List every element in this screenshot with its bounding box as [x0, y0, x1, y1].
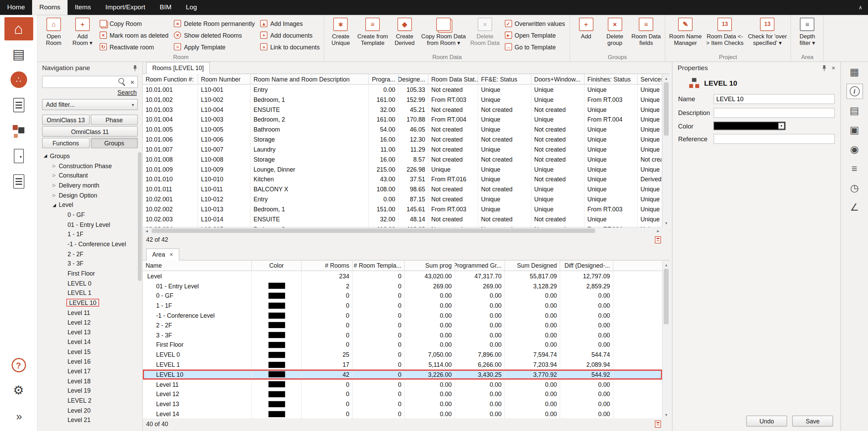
rooms-horizontal-scrollbar[interactable]: ◄ ► — [143, 227, 662, 234]
rooms-vertical-scrollbar[interactable]: ▲ ▼ — [662, 74, 670, 227]
delete-room-data-button[interactable]: DeleteRoom Data — [468, 16, 502, 46]
room-row[interactable]: 10.01.004L10-003Bedroom, 2161.00170.88Fr… — [143, 115, 662, 125]
scrollbar-thumb[interactable] — [152, 229, 595, 233]
rooms-col-progra[interactable]: Progra... — [369, 74, 399, 84]
tree-item-level-18[interactable]: Level 18 — [38, 376, 142, 386]
room-row[interactable]: 10.01.008L10-008Storage16.008.57Not crea… — [143, 154, 662, 164]
area-col-color[interactable]: Color — [252, 261, 302, 271]
menu-tab-rooms[interactable]: Rooms — [32, 0, 68, 15]
tool-panel-grid-button[interactable]: ▦ — [846, 64, 863, 80]
color-field[interactable]: ▼ — [714, 122, 785, 130]
add-room-button[interactable]: AddRoom ▾ — [68, 16, 97, 46]
scrollbar-thumb[interactable] — [664, 83, 669, 136]
area-row-level-12[interactable]: Level 12000.000.000.000.00 — [143, 389, 662, 399]
room-row[interactable]: 10.01.010L10-010Kitchen43.0037.51From RT… — [143, 174, 662, 184]
area-row-01-entry-level[interactable]: 01 - Entry Level20269.00269.003,128.292,… — [143, 281, 662, 291]
menu-tab-log[interactable]: Log — [179, 0, 204, 15]
show-deleted-rooms-button[interactable]: Show deleted Rooms — [171, 29, 258, 41]
area-col-room-templa[interactable]: # Room Templa... — [353, 261, 405, 271]
close-area-tab-icon[interactable]: × — [170, 251, 173, 258]
tool-camera-button[interactable]: ◉ — [846, 142, 863, 157]
pin-icon[interactable] — [132, 65, 138, 71]
room-data-fields-button[interactable]: Room Datafields — [629, 16, 663, 46]
tree-item-01-entry-level[interactable]: 01 - Entry Level — [38, 220, 142, 229]
link-to-documents-button[interactable]: Link to documents — [258, 41, 323, 53]
rooms-col-room-number[interactable]: Room Number — [198, 74, 251, 84]
scroll-down-icon[interactable]: ▼ — [662, 411, 670, 418]
tree-item-design-option[interactable]: ▷Design Option — [38, 190, 142, 200]
scroll-up-icon[interactable]: ▲ — [662, 74, 670, 82]
area-col-diff-designed[interactable]: Diff (Designed-... — [560, 261, 613, 271]
area-row-2-2f[interactable]: 2 - 2F000.000.000.000.00 — [143, 320, 662, 331]
area-row-level-0[interactable]: LEVEL 02507,050.007,896.007,594.74544.74 — [143, 350, 662, 360]
rooms-col-doors-window[interactable]: Doors+Window... — [532, 74, 585, 84]
rail-attachments-button[interactable] — [4, 94, 33, 117]
tree-item-level-11[interactable]: Level 11 — [38, 308, 142, 317]
room-row[interactable]: 10.02.003L10-014ENSUITE32.0048.14Not cre… — [143, 214, 662, 224]
copy-room-button[interactable]: Copy Room — [97, 18, 171, 29]
room-row[interactable]: 10.01.011L10-011BALCONY X108.0098.65Not … — [143, 184, 662, 194]
rail-doors-button[interactable] — [4, 144, 33, 167]
tree-item-level-16[interactable]: Level 16 — [38, 356, 142, 366]
area-col-programmed-gr[interactable]: Programmed Gr... — [455, 261, 505, 271]
search-icon[interactable] — [117, 77, 127, 87]
nav-tab-omniclass-11[interactable]: OmniClass 11 — [42, 126, 138, 136]
area-row-level-14[interactable]: Level 14000.000.000.000.00 — [143, 409, 662, 419]
tree-item-level-10[interactable]: LEVEL 10 — [38, 298, 142, 307]
expand-icon[interactable]: ▷ — [51, 193, 57, 197]
rail-help-button[interactable]: ? — [4, 354, 33, 377]
tree-item-1-conference-level[interactable]: -1 - Conference Level — [38, 239, 142, 249]
area-row-3-3f[interactable]: 3 - 3F000.000.000.000.00 — [143, 330, 662, 340]
collapse-ribbon-icon[interactable]: ∧ — [858, 0, 862, 15]
undo-button[interactable]: Undo — [746, 415, 787, 427]
property-input-description[interactable] — [714, 108, 835, 118]
area-row-0-gf[interactable]: 0 - GF000.000.000.000.00 — [143, 291, 662, 301]
area-col-rooms[interactable]: # Rooms — [302, 261, 352, 271]
delete-room-permanently-button[interactable]: Delete Room permanently — [171, 18, 258, 29]
tree-item-level-1[interactable]: LEVEL 1 — [38, 288, 142, 298]
scrollbar-thumb[interactable] — [664, 269, 669, 324]
area-row-1-conference-level[interactable]: -1 - Conference Level000.000.000.000.00 — [143, 310, 662, 320]
report-icon[interactable] — [655, 420, 661, 428]
add-button[interactable]: Add — [572, 16, 600, 39]
delete-group-button[interactable]: Deletegroup — [600, 16, 629, 46]
rooms-col-room-function[interactable]: Room Function #: — [143, 74, 198, 84]
area-col-sum-prog[interactable]: Sum prog — [405, 261, 455, 271]
rooms-col-designe[interactable]: Designe... — [399, 74, 429, 84]
nav-tab-omniclass-13[interactable]: OmniClass 13 — [42, 115, 89, 125]
tree-item-level-19[interactable]: Level 19 — [38, 386, 142, 395]
scrollbar-thumb[interactable] — [138, 152, 142, 281]
collapse-icon[interactable]: ◢ — [51, 202, 57, 207]
tree-item-level-2[interactable]: LEVEL 2 — [38, 396, 142, 405]
add-documents-button[interactable]: Add documents — [258, 29, 323, 41]
save-button[interactable]: Save — [792, 415, 833, 427]
area-row-level-10[interactable]: LEVEL 104203,226.003,430.253,770.92544.9… — [143, 370, 662, 380]
rooms-document-tab[interactable]: Rooms [LEVEL 10] — [146, 62, 210, 74]
rail-items-module-button[interactable]: ▤ — [4, 42, 33, 66]
tool-documents-button[interactable]: ≡ — [846, 161, 863, 176]
property-input-reference[interactable] — [714, 134, 835, 144]
tree-item-0-gf[interactable]: 0 - GF — [38, 210, 142, 219]
search-input[interactable] — [42, 76, 117, 87]
rail-rooms-module-button[interactable]: ⌂ — [4, 17, 33, 40]
tree-item-2-2f[interactable]: 2 - 2F — [38, 249, 142, 259]
search-link[interactable]: Search — [117, 89, 137, 96]
expand-icon[interactable]: ▷ — [51, 183, 57, 188]
area-col-name[interactable]: Name — [143, 261, 252, 271]
tree-item-level-15[interactable]: Level 15 — [38, 347, 142, 356]
pin-icon[interactable] — [821, 65, 827, 71]
nav-tab-groups[interactable]: Groups — [90, 138, 138, 148]
tool-info-button[interactable]: i — [846, 84, 863, 99]
rooms-col-finishes-status[interactable]: Finishes: Status — [584, 74, 638, 84]
go-to-template-button[interactable]: Go to Template — [502, 41, 568, 53]
menu-tab-home[interactable]: Home — [0, 0, 32, 15]
rooms-col-ff-e-status[interactable]: FF&E: Status — [478, 74, 532, 84]
tree-item-groups[interactable]: ◢Groups — [38, 151, 142, 161]
open-room-button[interactable]: OpenRoom — [39, 16, 68, 46]
room-row[interactable]: 10.02.001L10-012Entry0.0087.15Not create… — [143, 194, 662, 204]
rail-settings-button[interactable]: ⚙ — [4, 379, 33, 402]
add-filter-button[interactable]: Add filter... ▾ — [42, 99, 138, 110]
tool-model-button[interactable]: ▣ — [846, 122, 863, 138]
tree-item-consultant[interactable]: ▷Consultant — [38, 171, 142, 180]
rail-documents-button[interactable] — [4, 170, 33, 193]
